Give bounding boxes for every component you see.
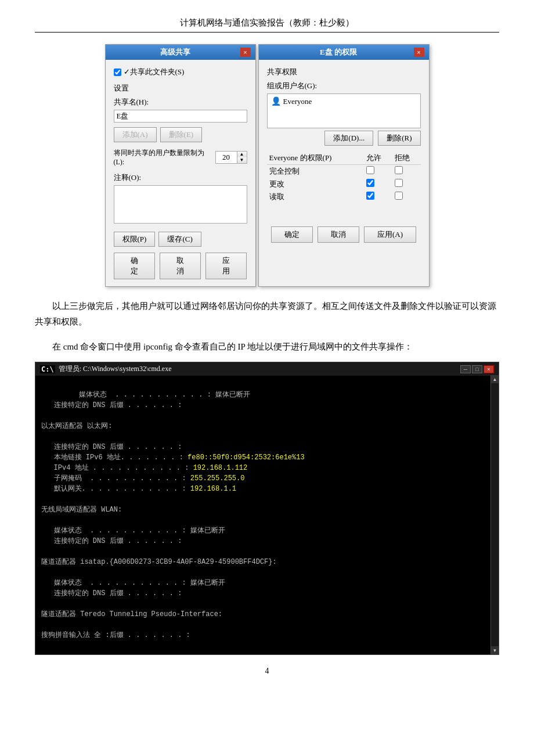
page-num-value: 4 [265, 667, 269, 675]
cmd-titlebar: C:\ 管理员: C:\Windows\system32\cmd.exe ─ □… [35, 362, 499, 376]
perm-full-allow [364, 165, 392, 178]
advanced-share-title: 高级共享 [110, 47, 240, 57]
delete-share-btn[interactable]: 删除(E) [160, 127, 203, 142]
user-icon: 👤 [271, 96, 281, 106]
perm-change-deny [392, 178, 421, 190]
adv-footer-btns: 确定 取消 应用 [114, 253, 247, 279]
cmd-scroll-track [491, 383, 499, 646]
settings-label: 设置 [114, 83, 247, 93]
paragraph-1: 以上三步做完后，其他用户就可以通过网络邻居访问你的共享资源了。相互之间传送文件及… [35, 298, 499, 330]
advanced-share-dialog: 高级共享 × ✓共享此文件夹(S) 设置 共享名(H): 添加(A) 删除(E)… [105, 44, 256, 287]
share-perm-label: 共享权限 [267, 67, 421, 77]
perm-name-header: Everyone 的权限(P) [267, 152, 364, 165]
perm-deny-header: 拒绝 [392, 152, 421, 165]
full-deny-check[interactable] [395, 166, 403, 174]
share-folder-label: ✓共享此文件夹(S) [124, 67, 185, 77]
cmd-content-area: 媒体状态 . . . . . . . . . . . : 媒体已断开 连接特定的… [35, 376, 499, 654]
cmd-line-1: 媒体状态 . . . . . . . . . . . : 媒体已断开 连接特定的… [41, 391, 305, 639]
add-share-btn[interactable]: 添加(A) [114, 127, 157, 142]
adv-ok-btn[interactable]: 确定 [114, 253, 155, 279]
share-name-input[interactable] [114, 110, 247, 123]
perm-change-allow [364, 178, 392, 190]
perm-cancel-btn[interactable]: 取消 [317, 226, 359, 243]
perm-footer-btns: 确定 取消 应用(A) [267, 226, 421, 243]
header-title: 计算机网络与通信实验报告（教师：杜少毅） [180, 18, 354, 27]
default-gateway: 192.168.1.1 [190, 485, 236, 493]
adv-apply-btn[interactable]: 应用 [205, 253, 247, 279]
spinner-arrows: ▲ ▼ [237, 152, 247, 163]
adv-cancel-btn[interactable]: 取消 [160, 253, 201, 279]
subnet-mask: 255.255.255.0 [190, 474, 245, 483]
perm-read-allow [364, 190, 392, 203]
share-name-label: 共享名(H): [114, 97, 247, 107]
note-label: 注释(O): [114, 172, 247, 183]
perm-titlebar: E盘 的权限 × [259, 45, 429, 60]
perm-change-label: 更改 [267, 178, 364, 190]
perm-delete-btn[interactable]: 删除(R) [378, 131, 420, 146]
user-list-box: 👤 Everyone [267, 93, 421, 128]
table-row: 完全控制 [267, 165, 421, 178]
share-folder-checkbox[interactable] [114, 69, 121, 76]
perm-read-label: 读取 [267, 190, 364, 203]
cmd-minimize-btn[interactable]: ─ [460, 365, 471, 373]
perm-body: 共享权限 组或用户名(G): 👤 Everyone 添加(D)... 删除(R)… [259, 60, 429, 250]
cmd-scroll-up-btn[interactable]: ▲ [491, 375, 499, 383]
table-row: 读取 [267, 190, 421, 203]
limit-row: 将同时共享的用户数量限制为(L): ▲ ▼ [114, 148, 247, 167]
cmd-window-buttons: ─ □ × [460, 365, 494, 373]
cmd-body: 媒体状态 . . . . . . . . . . . : 媒体已断开 连接特定的… [35, 376, 499, 654]
cmd-scrollbar: ▲ ▼ [490, 375, 499, 654]
group-user-label: 组或用户名(G): [267, 81, 421, 91]
cmd-title: 管理员: C:\Windows\system32\cmd.exe [59, 364, 172, 374]
add-delete-btn-row: 添加(A) 删除(E) [114, 127, 247, 142]
dialogs-row: 高级共享 × ✓共享此文件夹(S) 设置 共享名(H): 添加(A) 删除(E)… [35, 44, 499, 287]
cmd-close-btn[interactable]: × [484, 365, 494, 373]
perm-add-del-row: 添加(D)... 删除(R) [267, 131, 421, 146]
cmd-scroll-down-btn[interactable]: ▼ [491, 646, 499, 654]
cache-btn[interactable]: 缓存(C) [158, 232, 201, 247]
page-header: 计算机网络与通信实验报告（教师：杜少毅） [35, 17, 499, 33]
limit-input[interactable] [216, 152, 237, 163]
change-allow-check[interactable] [366, 179, 374, 187]
perm-table: Everyone 的权限(P) 允许 拒绝 完全控制 更改 [267, 152, 421, 203]
note-textarea[interactable] [114, 185, 247, 224]
cmd-maximize-btn[interactable]: □ [472, 365, 482, 373]
everyone-label: Everyone [283, 97, 312, 106]
everyone-user-row[interactable]: 👤 Everyone [271, 96, 417, 106]
cmd-window: C:\ 管理员: C:\Windows\system32\cmd.exe ─ □… [35, 362, 499, 655]
share-folder-checkbox-row: ✓共享此文件夹(S) [114, 67, 247, 77]
cmd-icon: C:\ [40, 365, 55, 373]
limit-label: 将同时共享的用户数量限制为(L): [114, 148, 212, 167]
full-allow-check[interactable] [366, 166, 374, 174]
cmd-titlebar-left: C:\ 管理员: C:\Windows\system32\cmd.exe [40, 364, 172, 374]
perm-add-btn[interactable]: 添加(D)... [324, 131, 373, 146]
table-row: 更改 [267, 178, 421, 190]
perm-apply-btn[interactable]: 应用(A) [364, 226, 416, 243]
ipv6-address: fe80::50f0:d954:2532:6e1e%13 [187, 453, 305, 462]
perm-ok-btn[interactable]: 确定 [271, 226, 313, 243]
advanced-share-titlebar: 高级共享 × [106, 45, 255, 60]
perm-btn[interactable]: 权限(P) [114, 232, 156, 247]
spinner-up[interactable]: ▲ [237, 152, 247, 157]
paragraph-2: 在 cmd 命令窗口中使用 ipconfig 命令查看自己的 IP 地址以便于进… [35, 339, 499, 355]
read-allow-check[interactable] [366, 192, 374, 200]
change-deny-check[interactable] [395, 179, 403, 187]
advanced-share-close-btn[interactable]: × [240, 48, 251, 57]
perm-close-btn[interactable]: × [414, 48, 424, 57]
perm-read-deny [392, 190, 421, 203]
ipv4-address: 192.168.1.112 [193, 464, 248, 472]
perm-dialog: E盘 的权限 × 共享权限 组或用户名(G): 👤 Everyone 添加(D)… [258, 44, 430, 287]
page-number: 4 [35, 667, 499, 676]
perm-full-label: 完全控制 [267, 165, 364, 178]
spinner-down[interactable]: ▼ [237, 157, 247, 163]
perm-allow-header: 允许 [364, 152, 392, 165]
perm-full-deny [392, 165, 421, 178]
advanced-share-body: ✓共享此文件夹(S) 设置 共享名(H): 添加(A) 删除(E) 将同时共享的… [106, 60, 255, 286]
perm-title: E盘 的权限 [264, 47, 414, 57]
limit-spinner: ▲ ▼ [215, 151, 247, 164]
perm-cache-btn-row: 权限(P) 缓存(C) [114, 232, 247, 247]
read-deny-check[interactable] [395, 192, 403, 200]
